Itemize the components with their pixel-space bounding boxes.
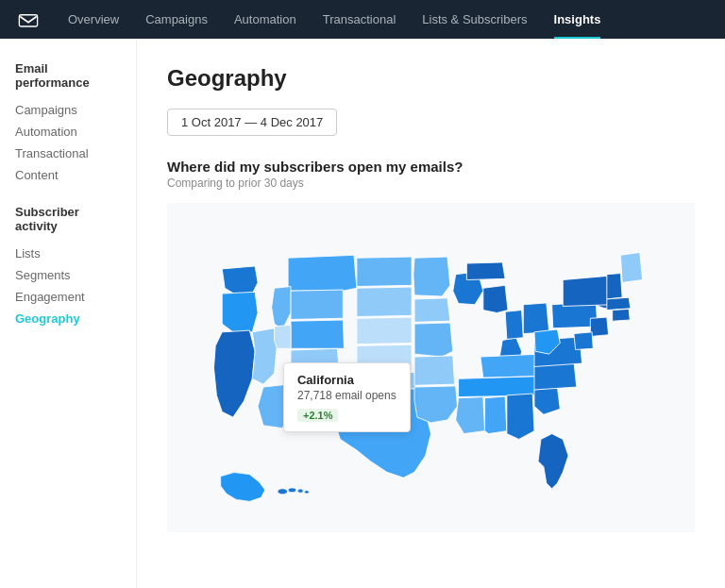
sidebar-link-geography[interactable]: Geography [15,308,121,329]
nav-item-transactional[interactable]: Transactional [312,0,408,39]
sidebar-link-automation[interactable]: Automation [15,121,121,143]
sidebar-link-lists[interactable]: Lists [15,243,121,264]
svg-point-3 [278,489,287,495]
nav-item-automation[interactable]: Automation [223,0,308,39]
nav-item-insights[interactable]: Insights [543,0,613,39]
sidebar-link-transactional[interactable]: Transactional [15,143,121,164]
sidebar-link-content[interactable]: Content [15,164,121,186]
nav-item-overview[interactable]: Overview [57,0,130,39]
sidebar-link-segments[interactable]: Segments [15,264,121,286]
page-layout: Email performance Campaigns Automation T… [0,39,725,588]
page-title: Geography [167,65,695,92]
sidebar-link-engagement[interactable]: Engagement [15,286,121,308]
date-range-label: 1 Oct 2017 — 4 Dec 2017 [181,115,323,129]
svg-point-4 [288,488,295,493]
sidebar-link-campaigns[interactable]: Campaigns [15,99,121,121]
map-svg [167,203,695,535]
nav-bar: Overview Campaigns Automation Transactio… [0,0,725,39]
map-container: California 27,718 email opens +2.1% [167,203,695,535]
section-subheading: Comparing to prior 30 days [167,176,695,190]
svg-point-6 [305,491,310,494]
nav-logo [15,7,42,33]
section-heading: Where did my subscribers open my emails? [167,159,695,175]
nav-item-campaigns[interactable]: Campaigns [134,0,219,39]
nav-item-lists-subscribers[interactable]: Lists & Subscribers [411,0,538,39]
main-content: Geography 1 Oct 2017 — 4 Dec 2017 Where … [137,39,725,588]
date-range-button[interactable]: 1 Oct 2017 — 4 Dec 2017 [167,109,337,136]
svg-point-5 [297,489,303,493]
sidebar-section-email-performance: Email performance [15,61,121,90]
sidebar: Email performance Campaigns Automation T… [0,39,137,588]
sidebar-section-subscriber-activity: Subscriber activity [15,205,121,233]
